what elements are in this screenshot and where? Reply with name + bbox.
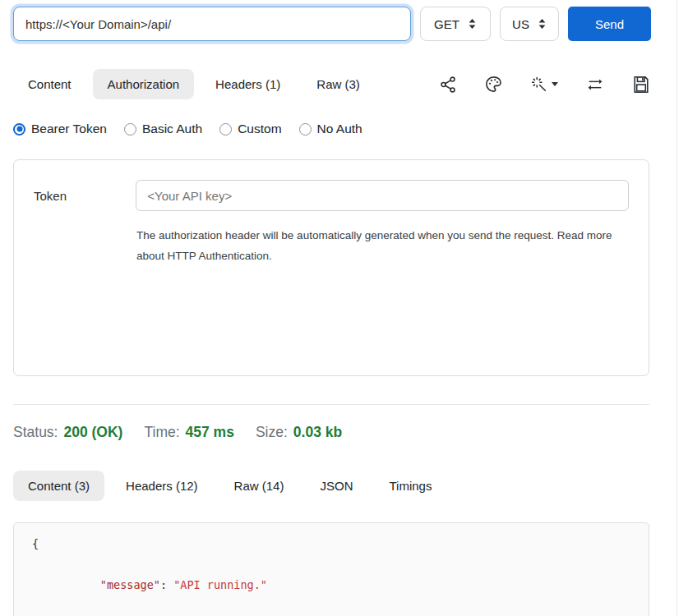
resp-tab-timings[interactable]: Timings bbox=[374, 471, 446, 501]
resp-tab-content[interactable]: Content (3) bbox=[13, 471, 104, 501]
bearer-token-panel: Token The authorization header will be a… bbox=[13, 159, 649, 376]
json-value: "API running." bbox=[173, 578, 267, 591]
auth-type-options: Bearer Token Basic Auth Custom No Auth bbox=[13, 122, 688, 136]
resp-tab-json[interactable]: JSON bbox=[305, 471, 367, 501]
token-field-row: Token bbox=[34, 180, 629, 211]
radio-label: No Auth bbox=[317, 122, 362, 136]
time-value: 457 ms bbox=[186, 424, 234, 441]
tab-headers[interactable]: Headers (1) bbox=[201, 69, 295, 99]
resp-tab-raw[interactable]: Raw (14) bbox=[219, 471, 299, 501]
radio-basic-auth[interactable]: Basic Auth bbox=[124, 122, 202, 136]
response-body[interactable]: { "message": "API running." } bbox=[13, 522, 649, 616]
page-right-border bbox=[676, 0, 677, 616]
region-select-value: US bbox=[512, 17, 529, 31]
request-tabs: Content Authorization Headers (1) Raw (3… bbox=[13, 69, 688, 99]
save-icon[interactable] bbox=[632, 76, 650, 94]
status-label: Status: bbox=[13, 424, 58, 441]
radio-button-icon bbox=[219, 123, 232, 136]
token-help-text: The authorization header will be automat… bbox=[136, 225, 620, 266]
section-divider bbox=[13, 404, 649, 405]
tab-content[interactable]: Content bbox=[13, 69, 86, 99]
method-select[interactable]: GET bbox=[420, 7, 491, 41]
radio-button-icon bbox=[13, 123, 25, 136]
radio-button-icon bbox=[124, 123, 136, 136]
time-label: Time: bbox=[144, 424, 179, 441]
swap-arrows-icon[interactable] bbox=[585, 76, 605, 94]
updown-arrows-icon bbox=[468, 18, 477, 30]
url-input[interactable] bbox=[13, 7, 411, 41]
radio-label: Basic Auth bbox=[142, 122, 202, 136]
request-url-row: GET US Send bbox=[13, 0, 688, 41]
updown-arrows-icon bbox=[538, 18, 547, 30]
response-tabs: Content (3) Headers (12) Raw (14) JSON T… bbox=[13, 471, 688, 501]
size-group: Size: 0.03 kb bbox=[256, 424, 342, 441]
magic-wand-icon[interactable] bbox=[530, 76, 558, 94]
size-value: 0.03 kb bbox=[293, 424, 342, 441]
send-button[interactable]: Send bbox=[568, 7, 651, 41]
json-separator: : bbox=[160, 578, 173, 591]
status-group: Status: 200 (OK) bbox=[13, 424, 122, 441]
response-status-row: Status: 200 (OK) Time: 457 ms Size: 0.03… bbox=[13, 424, 688, 441]
radio-no-auth[interactable]: No Auth bbox=[299, 122, 362, 136]
json-key: "message" bbox=[100, 578, 160, 591]
request-toolbar bbox=[439, 75, 650, 94]
palette-icon[interactable] bbox=[484, 75, 503, 94]
tab-raw[interactable]: Raw (3) bbox=[302, 69, 375, 99]
radio-custom[interactable]: Custom bbox=[219, 122, 281, 136]
token-label: Token bbox=[34, 189, 136, 203]
api-tester-page: GET US Send Content Authorization Header… bbox=[0, 0, 688, 616]
token-input[interactable] bbox=[136, 180, 629, 211]
json-open-brace: { bbox=[32, 534, 649, 554]
radio-bearer-token[interactable]: Bearer Token bbox=[13, 122, 107, 136]
json-message-line: "message": "API running." bbox=[32, 554, 649, 616]
size-label: Size: bbox=[256, 424, 288, 441]
radio-label: Custom bbox=[238, 122, 281, 136]
share-icon[interactable] bbox=[439, 76, 457, 94]
method-select-value: GET bbox=[434, 17, 459, 31]
resp-tab-headers[interactable]: Headers (12) bbox=[111, 471, 213, 501]
status-value: 200 (OK) bbox=[63, 424, 122, 441]
radio-label: Bearer Token bbox=[31, 122, 107, 136]
radio-button-icon bbox=[299, 123, 312, 136]
region-select[interactable]: US bbox=[500, 7, 559, 41]
time-group: Time: 457 ms bbox=[144, 424, 233, 441]
chevron-down-icon bbox=[552, 82, 558, 86]
tab-authorization[interactable]: Authorization bbox=[93, 69, 195, 99]
